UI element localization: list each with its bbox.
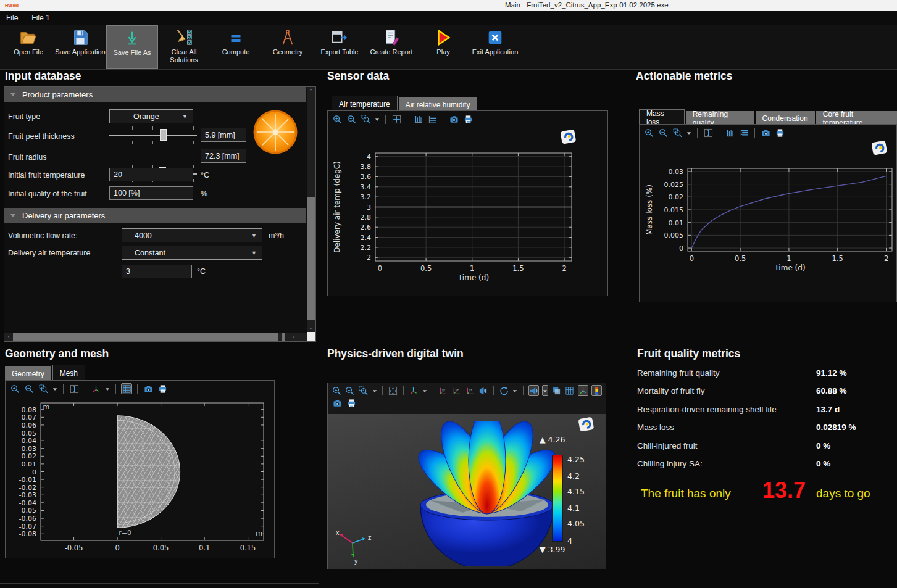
axis-orientation-icon[interactable] bbox=[90, 383, 101, 394]
sensor-air-temperature-chart[interactable]: 00.511.5222.22.42.62.833.23.43.63.84Time… bbox=[332, 142, 605, 292]
scroll-down-icon[interactable]: ⌄ bbox=[307, 323, 315, 332]
save-file-as-button[interactable]: Save File As bbox=[106, 25, 158, 69]
initial-fruit-temperature-input[interactable]: 20 bbox=[109, 168, 193, 181]
tab-air-temperature[interactable]: Air temperature bbox=[332, 96, 398, 112]
print-icon[interactable] bbox=[462, 114, 474, 125]
view-yz-icon[interactable]: yz bbox=[451, 385, 462, 396]
volumetric-flow-rate-select[interactable]: 4000 ▼ bbox=[122, 228, 262, 242]
toolbar-separator bbox=[403, 386, 404, 395]
tab-geometry[interactable]: Geometry bbox=[5, 366, 51, 381]
metric-label: Respiration-driven remaining shelf life bbox=[637, 405, 777, 414]
tab-remaining-quality[interactable]: Remaining quality bbox=[686, 111, 754, 125]
camera-icon[interactable] bbox=[332, 397, 343, 408]
zoom-box-icon[interactable] bbox=[672, 127, 683, 138]
save-application-button[interactable]: Save Application bbox=[54, 25, 106, 69]
zoom-out-icon[interactable]: − bbox=[23, 383, 35, 394]
fit-icon[interactable] bbox=[391, 114, 402, 125]
grid-icon[interactable] bbox=[121, 383, 132, 394]
zoom-box-icon[interactable] bbox=[38, 383, 49, 394]
scrollbar-thumb[interactable] bbox=[307, 197, 315, 320]
tab-condensation[interactable]: Condensation bbox=[756, 111, 815, 125]
tab-core-fruit-temperature[interactable]: Core fruit temperature bbox=[816, 111, 897, 125]
zoom-out-icon[interactable]: − bbox=[657, 127, 669, 138]
fruit-peel-thickness-slider[interactable] bbox=[109, 126, 197, 144]
zoom-in-icon[interactable]: + bbox=[332, 385, 342, 396]
product-parameters-header[interactable]: Product parameters bbox=[4, 87, 306, 102]
print-icon[interactable] bbox=[346, 397, 357, 408]
tab-air-relative-humidity[interactable]: Air relative humidity bbox=[399, 97, 477, 112]
compute-button[interactable]: Compute bbox=[210, 25, 262, 69]
scroll-up-icon[interactable]: ⌃ bbox=[307, 87, 315, 96]
fit-icon[interactable] bbox=[703, 127, 714, 138]
caret-down-icon[interactable] bbox=[52, 383, 58, 394]
shelf-life-alert-value: 13.7 bbox=[762, 478, 806, 503]
create-report-button[interactable]: Create Report bbox=[365, 25, 417, 69]
view-xz-icon[interactable]: xz bbox=[465, 385, 475, 396]
zoom-in-icon[interactable]: + bbox=[9, 383, 20, 394]
grid-vertical-icon[interactable] bbox=[724, 127, 735, 138]
caret-down-icon[interactable] bbox=[686, 127, 692, 138]
transparency-icon[interactable] bbox=[551, 385, 562, 396]
view-xy-icon[interactable]: xy bbox=[438, 385, 448, 396]
axes-triad-icon[interactable] bbox=[578, 385, 588, 396]
fruit-radius-value[interactable]: 72.3 [mm] bbox=[201, 149, 246, 163]
tab-mesh[interactable]: Mesh bbox=[52, 365, 85, 381]
vertical-scrollbar[interactable]: ⌃ ⌄ bbox=[307, 87, 315, 332]
color-legend-icon[interactable] bbox=[591, 385, 602, 396]
axis-orientation-icon[interactable] bbox=[409, 385, 419, 396]
horizontal-scrollbar[interactable]: ‹ › bbox=[4, 333, 307, 341]
clear-all-solutions-button[interactable]: Clear All Solutions bbox=[158, 25, 210, 69]
tab-mass-loss[interactable]: Mass loss bbox=[639, 109, 685, 125]
mesh-plot[interactable]: -0.0500.050.10.150.080.070.060.050.040.0… bbox=[7, 399, 273, 557]
scrollbar-thumb[interactable] bbox=[13, 333, 285, 341]
caret-down-icon[interactable] bbox=[422, 385, 427, 396]
grid-vertical-icon[interactable] bbox=[412, 114, 423, 125]
grid-icon[interactable] bbox=[564, 385, 575, 396]
camera-icon[interactable] bbox=[448, 114, 459, 125]
fit-icon[interactable] bbox=[388, 385, 398, 396]
slider-handle[interactable] bbox=[160, 129, 167, 141]
menu-file[interactable]: File bbox=[6, 14, 18, 22]
zoom-box-icon[interactable] bbox=[360, 114, 371, 125]
window-title: Main - FruiTed_v2_Citrus_App_Exp-01.02.2… bbox=[505, 1, 669, 9]
camera-icon[interactable] bbox=[143, 383, 154, 394]
camera-icon[interactable] bbox=[760, 127, 771, 138]
rotate-icon[interactable] bbox=[499, 385, 509, 396]
colorbar-tick: 4.05 bbox=[567, 519, 585, 528]
svg-text:-0.06: -0.06 bbox=[19, 515, 36, 523]
grid-horizontal-icon[interactable] bbox=[427, 114, 438, 125]
zoom-in-icon[interactable]: + bbox=[332, 114, 343, 125]
grid-horizontal-icon[interactable] bbox=[738, 127, 749, 138]
caret-down-icon[interactable] bbox=[372, 385, 377, 396]
zoom-out-icon[interactable]: − bbox=[345, 385, 356, 396]
perspective-icon[interactable] bbox=[478, 385, 488, 396]
zoom-out-icon[interactable]: − bbox=[346, 114, 357, 125]
exit-application-button[interactable]: Exit Application bbox=[469, 25, 521, 69]
fit-icon[interactable] bbox=[69, 383, 80, 394]
zoom-box-icon[interactable] bbox=[358, 385, 369, 396]
fruit-peel-thickness-value[interactable]: 5.9 [mm] bbox=[201, 128, 246, 142]
geometry-button[interactable]: Geometry bbox=[262, 25, 314, 69]
initial-quality-input[interactable]: 100 [%] bbox=[109, 186, 193, 200]
delivery-air-parameters-header[interactable]: Delivery air parameters bbox=[4, 208, 306, 223]
caret-down-icon[interactable] bbox=[374, 114, 380, 125]
menu-file-1[interactable]: File 1 bbox=[31, 14, 49, 22]
print-icon[interactable] bbox=[774, 127, 785, 138]
delivery-air-temperature-value-input[interactable]: 3 bbox=[122, 265, 192, 278]
open-file-button[interactable]: Open File bbox=[2, 25, 54, 69]
caret-down-icon[interactable] bbox=[512, 385, 518, 396]
print-icon[interactable] bbox=[157, 383, 168, 394]
fruit-type-select[interactable]: Orange ▼ bbox=[109, 109, 193, 123]
delivery-air-temperature-select[interactable]: Constant ▼ bbox=[122, 246, 262, 260]
export-table-button[interactable]: Export Table bbox=[314, 25, 365, 69]
zoom-in-icon[interactable]: + bbox=[643, 127, 654, 138]
caret-down-icon[interactable] bbox=[104, 383, 111, 394]
scroll-left-icon[interactable]: ‹ bbox=[4, 333, 13, 341]
svg-text:2.2: 2.2 bbox=[361, 244, 372, 252]
caret-down-icon[interactable] bbox=[542, 385, 548, 396]
scroll-right-icon[interactable]: › bbox=[290, 333, 298, 341]
scene-light-icon[interactable] bbox=[528, 385, 539, 396]
mass-loss-chart[interactable]: 00.511.5200.0050.010.0150.020.0250.03Tim… bbox=[641, 153, 896, 286]
open-folder-icon bbox=[19, 28, 38, 47]
play-button[interactable]: Play bbox=[417, 25, 469, 69]
